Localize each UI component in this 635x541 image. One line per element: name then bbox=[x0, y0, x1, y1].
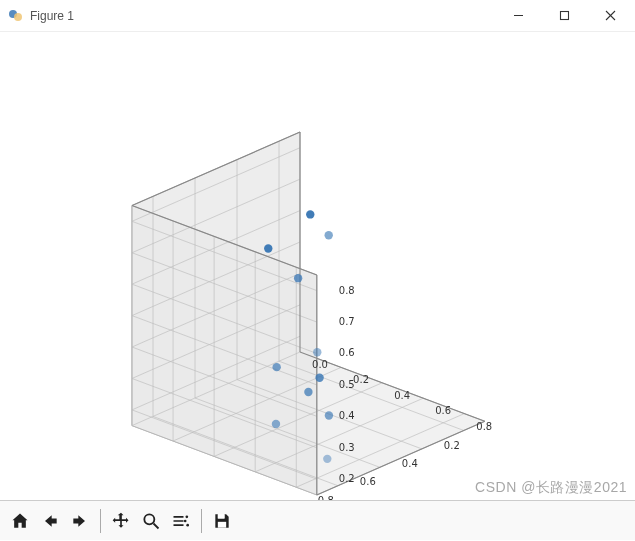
axis-tick-label: 0.5 bbox=[339, 379, 355, 390]
svg-rect-53 bbox=[218, 521, 226, 527]
svg-line-48 bbox=[154, 523, 159, 528]
toolbar-sep-2 bbox=[201, 509, 202, 533]
toolbar-sep-1 bbox=[100, 509, 101, 533]
svg-rect-3 bbox=[560, 12, 568, 20]
scatter-point bbox=[313, 348, 321, 356]
svg-point-47 bbox=[144, 514, 154, 524]
home-icon[interactable] bbox=[6, 507, 34, 535]
chart-area[interactable]: 0.20.40.60.80.00.20.40.60.80.20.30.40.50… bbox=[0, 32, 635, 500]
axis-tick-label: 0.4 bbox=[339, 410, 355, 421]
chart-svg: 0.20.40.60.80.00.20.40.60.80.20.30.40.50… bbox=[0, 32, 635, 500]
axis-tick-label: 0.2 bbox=[339, 473, 355, 484]
back-icon[interactable] bbox=[36, 507, 64, 535]
axis-tick-label: 0.6 bbox=[435, 405, 451, 416]
svg-point-51 bbox=[186, 523, 189, 526]
scatter-point bbox=[306, 210, 314, 218]
scatter-point bbox=[294, 274, 302, 282]
scatter-point bbox=[323, 455, 331, 463]
window-title: Figure 1 bbox=[30, 9, 74, 23]
forward-icon[interactable] bbox=[66, 507, 94, 535]
scatter-point bbox=[272, 363, 280, 371]
scatter-point bbox=[304, 388, 312, 396]
scatter-point bbox=[315, 374, 323, 382]
svg-point-49 bbox=[186, 515, 189, 518]
axis-tick-label: 0.0 bbox=[312, 359, 328, 370]
axis-tick-label: 0.8 bbox=[476, 421, 492, 432]
axis-tick-label: 0.6 bbox=[339, 347, 355, 358]
scatter-point bbox=[264, 244, 272, 252]
pan-icon[interactable] bbox=[107, 507, 135, 535]
svg-rect-52 bbox=[218, 514, 225, 518]
axis-tick-label: 0.7 bbox=[339, 316, 355, 327]
close-button[interactable] bbox=[587, 0, 633, 32]
configure-icon[interactable] bbox=[167, 507, 195, 535]
svg-point-1 bbox=[14, 13, 22, 21]
titlebar: Figure 1 bbox=[0, 0, 635, 32]
axis-tick-label: 0.8 bbox=[339, 285, 355, 296]
axis-tick-label: 0.3 bbox=[339, 442, 355, 453]
axis-tick-label: 0.2 bbox=[444, 440, 460, 451]
minimize-button[interactable] bbox=[495, 0, 541, 32]
save-icon[interactable] bbox=[208, 507, 236, 535]
scatter-point bbox=[325, 411, 333, 419]
scatter-point bbox=[325, 231, 333, 239]
maximize-button[interactable] bbox=[541, 0, 587, 32]
axis-tick-label: 0.2 bbox=[353, 374, 369, 385]
axis-tick-label: 0.4 bbox=[402, 458, 418, 469]
zoom-icon[interactable] bbox=[137, 507, 165, 535]
axis-tick-label: 0.6 bbox=[360, 476, 376, 487]
scatter-point bbox=[272, 420, 280, 428]
toolbar bbox=[0, 500, 635, 540]
app-icon bbox=[8, 8, 24, 24]
axis-tick-label: 0.4 bbox=[394, 390, 410, 401]
svg-point-50 bbox=[184, 519, 187, 522]
